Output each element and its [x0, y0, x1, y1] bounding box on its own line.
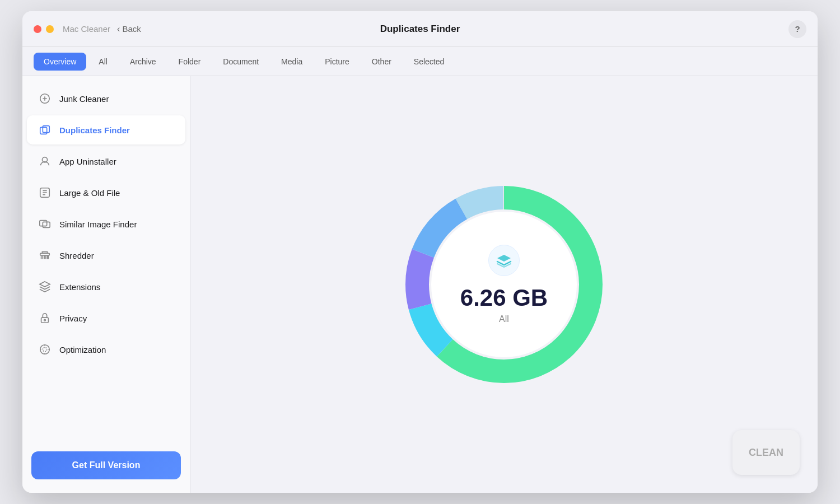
close-button[interactable] [34, 25, 41, 33]
extensions-icon [38, 280, 52, 293]
svg-point-11 [43, 347, 46, 351]
sidebar-label-app-uninstaller: App Uninstaller [59, 157, 116, 166]
chart-center: 6.26 GB All [460, 245, 548, 324]
donut-chart: 6.26 GB All [386, 167, 622, 402]
svg-point-10 [40, 345, 50, 354]
tab-document[interactable]: Document [213, 53, 269, 71]
sidebar-item-extensions[interactable]: Extensions [27, 272, 185, 301]
sidebar-label-large-old-file: Large & Old File [59, 188, 120, 198]
svg-point-9 [44, 319, 46, 321]
get-full-version-button[interactable]: Get Full Version [31, 451, 181, 479]
similar-image-finder-icon [38, 217, 52, 231]
duplicates-finder-icon [38, 123, 52, 137]
large-old-file-icon [38, 186, 52, 199]
sidebar-label-optimization: Optimization [59, 345, 106, 354]
svg-rect-6 [43, 222, 50, 227]
titlebar: Mac Cleaner ‹ Back Duplicates Finder ? [22, 11, 818, 47]
tab-media[interactable]: Media [271, 53, 312, 71]
window-title: Duplicates Finder [380, 24, 460, 35]
tab-folder[interactable]: Folder [169, 53, 211, 71]
sidebar-item-shredder[interactable]: Shredder [27, 241, 185, 270]
help-button[interactable]: ? [788, 20, 806, 38]
sidebar-label-junk-cleaner: Junk Cleaner [59, 94, 109, 104]
svg-rect-2 [43, 126, 49, 133]
sidebar: Junk Cleaner Duplicates Finder [22, 76, 190, 493]
sidebar-item-large-old-file[interactable]: Large & Old File [27, 178, 185, 207]
junk-cleaner-icon [38, 92, 52, 105]
tabbar: Overview All Archive Folder Document Med… [22, 47, 818, 76]
svg-rect-7 [40, 253, 50, 255]
tab-other[interactable]: Other [362, 53, 402, 71]
back-button[interactable]: ‹ Back [117, 24, 141, 34]
content-area: 6.26 GB All CLEAN [190, 76, 818, 493]
back-chevron-icon: ‹ [117, 24, 120, 34]
main-area: Junk Cleaner Duplicates Finder [22, 76, 818, 493]
sidebar-item-app-uninstaller[interactable]: App Uninstaller [27, 147, 185, 176]
app-name: Mac Cleaner [63, 24, 110, 34]
tab-overview[interactable]: Overview [34, 53, 86, 71]
sidebar-label-similar-image-finder: Similar Image Finder [59, 220, 137, 229]
optimization-icon [38, 343, 52, 356]
privacy-icon [38, 311, 52, 325]
back-label: Back [122, 24, 141, 34]
sidebar-label-privacy: Privacy [59, 314, 87, 323]
sidebar-item-optimization[interactable]: Optimization [27, 335, 185, 364]
tab-all[interactable]: All [88, 53, 118, 71]
sidebar-item-duplicates-finder[interactable]: Duplicates Finder [27, 115, 185, 144]
sidebar-item-privacy[interactable]: Privacy [27, 304, 185, 333]
svg-rect-5 [40, 221, 47, 226]
chart-category-label: All [499, 314, 509, 324]
chart-icon [488, 245, 520, 276]
tab-archive[interactable]: Archive [120, 53, 166, 71]
shredder-icon [38, 249, 52, 262]
svg-rect-8 [41, 318, 49, 323]
traffic-lights [34, 25, 54, 33]
app-uninstaller-icon [38, 155, 52, 168]
sidebar-label-duplicates-finder: Duplicates Finder [59, 125, 130, 135]
tab-selected[interactable]: Selected [404, 53, 454, 71]
app-window: Mac Cleaner ‹ Back Duplicates Finder ? O… [22, 11, 818, 493]
sidebar-label-extensions: Extensions [59, 282, 100, 292]
minimize-button[interactable] [46, 25, 54, 33]
svg-rect-1 [40, 127, 47, 134]
chart-size-value: 6.26 GB [460, 285, 548, 311]
sidebar-item-junk-cleaner[interactable]: Junk Cleaner [27, 84, 185, 113]
tab-picture[interactable]: Picture [315, 53, 360, 71]
sidebar-label-shredder: Shredder [59, 251, 94, 260]
sidebar-item-similar-image-finder[interactable]: Similar Image Finder [27, 209, 185, 239]
clean-button[interactable]: CLEAN [732, 430, 800, 475]
